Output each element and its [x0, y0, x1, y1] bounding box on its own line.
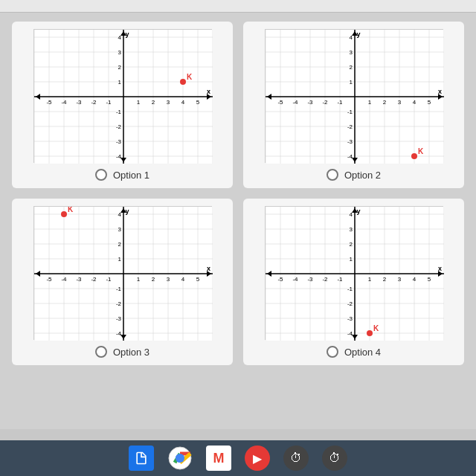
option-label-row-3[interactable]: Option 3: [95, 346, 149, 358]
option-card-3: Option 3: [12, 199, 233, 365]
radio-1[interactable]: [95, 169, 107, 181]
main-content: Option 1 Option 2 Option 3: [0, 13, 476, 429]
taskbar-files-icon[interactable]: [129, 446, 154, 471]
option-label-row-2[interactable]: Option 2: [327, 169, 381, 181]
svg-point-2: [176, 454, 184, 463]
taskbar: M ▶ ⏱ ⏱: [0, 440, 476, 476]
radio-4[interactable]: [327, 346, 338, 358]
option-label-row-4[interactable]: Option 4: [327, 346, 381, 358]
options-grid: Option 1 Option 2 Option 3: [12, 22, 464, 365]
top-bar: [0, 0, 476, 13]
taskbar-play-icon[interactable]: ▶: [245, 446, 270, 471]
taskbar-timer-icon-2[interactable]: ⏱: [322, 446, 347, 471]
option-3-label: Option 3: [113, 347, 149, 358]
graph-3: [33, 206, 212, 340]
option-4-label: Option 4: [344, 347, 381, 358]
radio-3[interactable]: [95, 346, 107, 358]
option-1-label: Option 1: [113, 170, 149, 181]
graph-1: [33, 29, 212, 163]
taskbar-chrome-icon[interactable]: [167, 446, 193, 471]
option-label-row-1[interactable]: Option 1: [95, 169, 149, 181]
option-card-1: Option 1: [12, 22, 233, 188]
option-2-label: Option 2: [344, 170, 381, 181]
graph-2: [265, 29, 443, 163]
graph-4: [265, 206, 443, 340]
radio-2[interactable]: [327, 169, 338, 181]
option-card-2: Option 2: [243, 22, 464, 188]
option-card-4: Option 4: [243, 199, 464, 365]
taskbar-timer-icon-1[interactable]: ⏱: [283, 446, 309, 471]
taskbar-gmail-icon[interactable]: M: [206, 446, 231, 471]
